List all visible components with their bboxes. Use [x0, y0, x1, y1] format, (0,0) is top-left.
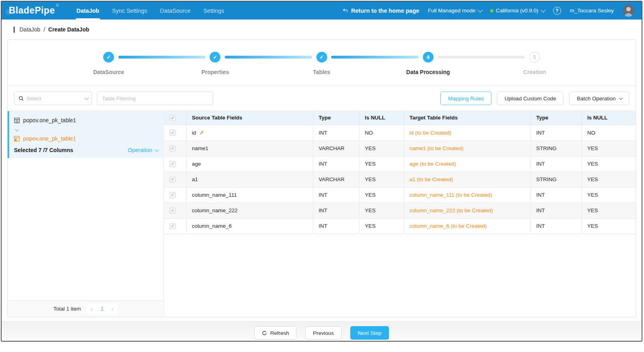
row-checkbox[interactable] [169, 176, 176, 183]
status-dot-icon [490, 9, 493, 12]
header-source-fields: Source Table Fields [186, 111, 313, 125]
step-check-icon [316, 52, 327, 63]
table-list-panel: popov.one_pk_table1 popov.one_pk_table1 … [8, 111, 164, 317]
table-row: column_name_222 INT YES column_name_222 … [164, 203, 636, 218]
user-avatar[interactable] [622, 5, 634, 17]
panel-empty-area [8, 158, 163, 300]
target-field-link[interactable]: column_name_111 (to be Created) [404, 187, 530, 203]
nav-tab-datasource[interactable]: DataSource [155, 2, 196, 20]
table-row: column_name_111 INT YES column_name_111 … [164, 187, 636, 203]
region-dropdown[interactable]: California (v0.9.0) [490, 8, 544, 14]
managed-mode-dropdown[interactable]: Full Managed mode [428, 8, 481, 14]
search-icon [18, 96, 24, 101]
table-toolbar: Select Mapping Rules Upload Custom Code … [8, 86, 636, 111]
table-row: a1 VARCHAR YES a1 (to be Created) STRING… [164, 172, 636, 187]
breadcrumb: DataJob / Create DataJob [2, 20, 642, 39]
main-nav: DataJob Sync Settings DataSource Setting… [71, 2, 230, 20]
breadcrumb-separator: / [43, 26, 45, 33]
nav-tab-datajob[interactable]: DataJob [71, 2, 105, 20]
refresh-button[interactable]: Refresh [254, 326, 296, 340]
selected-columns-summary: Selected 7 /7 Columns [14, 147, 73, 153]
breadcrumb-current: Create DataJob [48, 26, 89, 33]
step-check-icon [103, 52, 114, 63]
row-checkbox[interactable] [169, 129, 176, 136]
return-arrow-icon [342, 8, 348, 14]
step-number: 4 [423, 52, 434, 63]
step-number: 5 [529, 52, 540, 63]
source-table-node[interactable]: popov.one_pk_table1 [14, 116, 158, 125]
header-is-null: Is NULL [359, 111, 404, 125]
next-step-button[interactable]: Next Step [350, 326, 389, 340]
create-datajob-card: DataSource Properties Tables 4 Data Proc… [7, 39, 636, 317]
header-target-fields: Target Table Fields [404, 111, 530, 125]
return-home-link[interactable]: Return to the home page [342, 8, 419, 14]
step-creation: 5 Creation [481, 52, 588, 75]
target-field-link[interactable]: column_name_6 (to be Created) [404, 218, 530, 234]
mapping-rules-button[interactable]: Mapping Rules [440, 92, 491, 105]
wizard-footer: Refresh Previous Next Step [2, 321, 642, 342]
target-field-link[interactable]: a1 (to be Created) [404, 172, 530, 187]
top-navbar: BladePipe DataJob Sync Settings DataSour… [2, 2, 642, 20]
column-select-dropdown[interactable]: Select [14, 92, 92, 105]
target-field-link[interactable]: column_name_222 (to be Created) [404, 203, 530, 218]
pagination-prev-icon[interactable]: ‹ [86, 304, 97, 314]
table-header-row: Source Table Fields Type Is NULL Target … [164, 111, 636, 125]
row-checkbox[interactable] [169, 192, 176, 198]
select-all-checkbox[interactable] [169, 115, 176, 121]
bladepipe-logo: BladePipe [9, 5, 55, 16]
header-type: Type [313, 111, 359, 125]
total-items-label: Total 1 item [53, 306, 81, 312]
row-checkbox[interactable] [169, 145, 176, 152]
target-table-node[interactable]: popov.one_pk_table1 [14, 134, 158, 143]
breadcrumb-parent[interactable]: DataJob [20, 26, 40, 33]
refresh-icon [262, 330, 267, 336]
avatar-person-icon [622, 5, 634, 17]
row-checkbox[interactable] [169, 223, 176, 229]
nav-tab-settings[interactable]: Settings [198, 2, 230, 20]
wizard-stepper: DataSource Properties Tables 4 Data Proc… [8, 40, 636, 86]
pagination-next-icon[interactable]: › [107, 304, 118, 314]
target-field-link[interactable]: id (to be Created) [404, 125, 530, 141]
breadcrumb-accent-bar [14, 27, 15, 33]
table-grid-icon [14, 117, 20, 123]
username-label[interactable]: m_Toccara Sesley [570, 8, 614, 14]
table-create-icon [14, 136, 20, 142]
target-field-link[interactable]: age (to be Created) [404, 156, 530, 172]
help-icon[interactable]: ? [553, 7, 561, 15]
chevron-down-icon [155, 147, 159, 152]
table-row: age INT YES age (to be Created) INT YES [164, 156, 636, 172]
step-datasource: DataSource [55, 52, 162, 75]
tree-expand-caret[interactable] [15, 126, 158, 133]
chevron-down-icon [84, 96, 89, 100]
step-properties: Properties [162, 52, 268, 75]
chevron-down-icon [478, 8, 483, 13]
operation-dropdown[interactable]: Operation [128, 147, 158, 153]
target-field-link[interactable]: name1 (to be Created) [404, 141, 530, 156]
batch-operation-dropdown[interactable]: Batch Operation [569, 92, 629, 105]
primary-key-icon [199, 130, 204, 135]
header-target-null: Is NULL [581, 111, 636, 125]
chevron-down-icon [619, 96, 623, 100]
panel-pagination: Total 1 item ‹ 1 › [8, 300, 163, 317]
row-checkbox[interactable] [169, 207, 176, 214]
field-mapping-table: Source Table Fields Type Is NULL Target … [164, 111, 636, 317]
chevron-down-icon [540, 8, 546, 13]
table-row: id INT NO id (to be Created) INT NO [164, 125, 636, 141]
step-check-icon [210, 52, 220, 63]
app-window: BladePipe DataJob Sync Settings DataSour… [1, 1, 642, 342]
nav-tab-sync-settings[interactable]: Sync Settings [106, 2, 153, 20]
table-row: column_name_6 INT YES column_name_6 (to … [164, 218, 636, 234]
pagination-page-1[interactable]: 1 [97, 304, 107, 314]
table-row: name1 VARCHAR YES name1 (to be Created) … [164, 141, 636, 156]
step-tables: Tables [268, 52, 375, 75]
row-checkbox[interactable] [169, 161, 176, 167]
step-data-processing: 4 Data Processing [375, 52, 481, 75]
header-target-type: Type [530, 111, 581, 125]
selected-table-item[interactable]: popov.one_pk_table1 popov.one_pk_table1 … [8, 111, 163, 158]
previous-button[interactable]: Previous [305, 326, 342, 340]
table-filtering-input[interactable] [97, 92, 213, 105]
upload-custom-code-button[interactable]: Upload Custom Code [497, 92, 564, 105]
